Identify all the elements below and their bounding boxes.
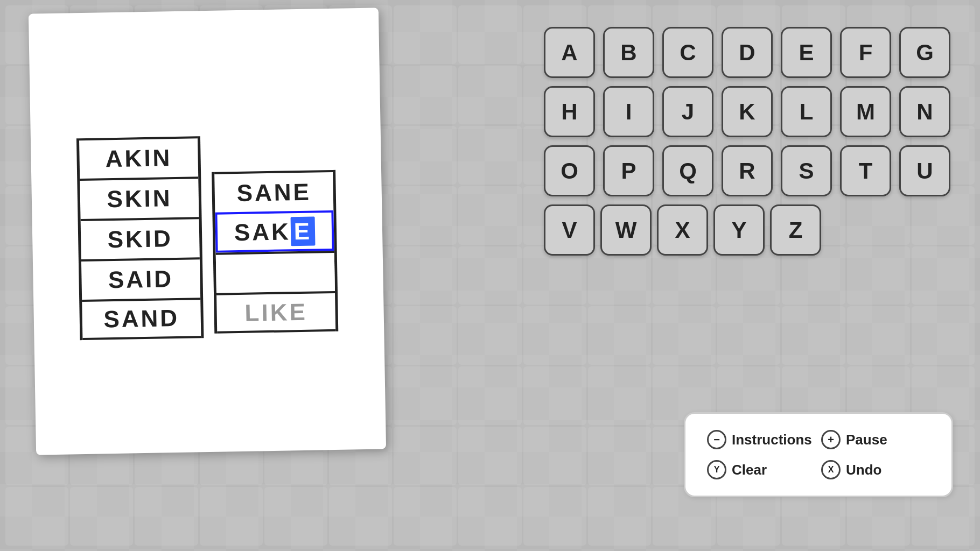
plus-icon (821, 430, 841, 449)
minus-icon (707, 430, 726, 449)
key-D[interactable]: D (722, 27, 773, 78)
key-L[interactable]: L (781, 86, 832, 137)
ladder-left: AKIN SKIN SKID SAID SAND (79, 136, 201, 340)
undo-label: Undo (846, 462, 881, 478)
pause-button[interactable]: Pause (821, 430, 930, 449)
ladder-container: AKIN SKIN SKID SAID SAND SANE SAKE LIKE (79, 133, 335, 340)
key-R[interactable]: R (722, 145, 773, 196)
active-word-prefix: SAK (234, 218, 291, 246)
pause-label: Pause (846, 432, 887, 448)
key-M[interactable]: M (840, 86, 891, 137)
key-H[interactable]: H (544, 86, 595, 137)
ladder-right-active[interactable]: SAKE (215, 210, 334, 253)
ladder-right-target: LIKE (216, 291, 335, 334)
ladder-right-empty (216, 251, 335, 293)
key-K[interactable]: K (722, 86, 773, 137)
keyboard-row-4: V W X Y Z (544, 204, 953, 258)
key-G[interactable]: G (899, 27, 950, 78)
ladder-word-1: AKIN (79, 136, 198, 179)
key-W[interactable]: W (600, 204, 652, 256)
clear-button[interactable]: Clear (707, 460, 816, 479)
ladder-word-3: SKID (81, 217, 200, 259)
ladder-right-word-1: SANE (214, 170, 333, 213)
ladder-word-5: SAND (82, 298, 201, 340)
instructions-button[interactable]: Instructions (707, 430, 816, 449)
x-icon (821, 460, 841, 479)
key-O[interactable]: O (544, 145, 595, 196)
instructions-label: Instructions (732, 432, 812, 448)
key-X[interactable]: X (657, 204, 708, 256)
keyboard: A B C D E F G H I J K L M N O P Q R S T … (544, 27, 953, 258)
ladder-right: SANE SAKE LIKE (214, 170, 335, 334)
clear-label: Clear (732, 462, 767, 478)
key-Y[interactable]: Y (713, 204, 765, 256)
key-I[interactable]: I (603, 86, 654, 137)
key-A[interactable]: A (544, 27, 595, 78)
key-V[interactable]: V (544, 204, 595, 256)
key-Z[interactable]: Z (770, 204, 821, 256)
key-F[interactable]: F (840, 27, 891, 78)
ladder-word-2: SKIN (80, 176, 199, 219)
y-icon (707, 460, 726, 479)
key-E[interactable]: E (781, 27, 832, 78)
key-B[interactable]: B (603, 27, 654, 78)
key-J[interactable]: J (662, 86, 713, 137)
word-ladder-paper: AKIN SKIN SKID SAID SAND SANE SAKE LIKE (29, 8, 386, 455)
key-C[interactable]: C (662, 27, 713, 78)
key-T[interactable]: T (840, 145, 891, 196)
key-S[interactable]: S (781, 145, 832, 196)
undo-button[interactable]: Undo (821, 460, 930, 479)
key-U[interactable]: U (899, 145, 950, 196)
key-P[interactable]: P (603, 145, 654, 196)
key-N[interactable]: N (899, 86, 950, 137)
active-word-cursor: E (290, 216, 315, 246)
controls-panel: Instructions Pause Clear Undo (684, 412, 953, 497)
key-Q[interactable]: Q (662, 145, 713, 196)
ladder-word-4: SAID (81, 257, 200, 300)
